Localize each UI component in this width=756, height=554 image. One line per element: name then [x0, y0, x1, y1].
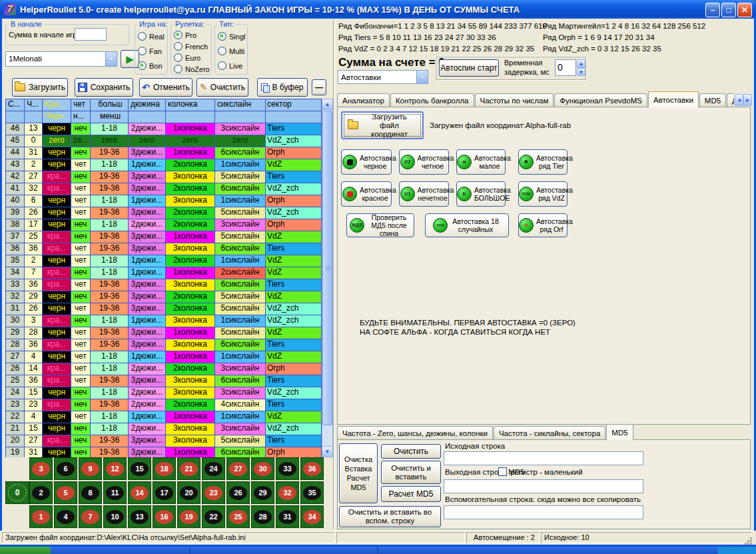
chevron-down-icon[interactable]: ▼	[105, 52, 117, 66]
copy-to-buffer-button[interactable]: В буфер	[257, 78, 308, 97]
scroll-down-button[interactable]: ▼	[322, 446, 333, 457]
tab-psevdoms[interactable]: Функционал PsevdoMS	[554, 93, 647, 107]
source-string-input[interactable]	[444, 451, 643, 465]
table-row[interactable]: 1931черннеч19-363дюжи...1колонка6сикслай…	[6, 447, 322, 457]
radio-pro[interactable]: Pro	[174, 31, 196, 39]
table-row[interactable]: 2836кра...чет19-363дюжи...3колонка6сиксл…	[6, 339, 322, 351]
spins-table[interactable]: С... Ч... Кра... чет больш дюжина колонк…	[5, 99, 322, 457]
table-row[interactable]: 4227кра...неч19-363дюжи...3колонка5сиксл…	[6, 171, 322, 183]
radio-bon[interactable]: Bon	[138, 61, 163, 70]
output-string-input[interactable]	[444, 479, 643, 493]
column-header[interactable]	[129, 111, 166, 123]
clear-button[interactable]: ✎Очистить	[196, 78, 248, 97]
radio-real[interactable]: Real	[138, 32, 165, 41]
tab-autostakes[interactable]: Автоставки	[648, 91, 699, 107]
table-row[interactable]: 406чернчет1-181дюжи...3колонка1сикслайнO…	[6, 195, 322, 207]
spinner-up-button[interactable]: ▲	[577, 59, 585, 68]
table-row[interactable]: 2323кра...неч19-362дюжи...2колонка4сиксл…	[6, 399, 322, 411]
roulette-cell[interactable]: 20	[177, 481, 200, 504]
chevron-down-icon[interactable]: ▼	[416, 71, 428, 83]
check-md5-after-spin-button[interactable]: МД5 Проверить МД5 после спина	[346, 213, 414, 237]
md5-clear-paste-button[interactable]: Очистить и вставить	[381, 461, 441, 484]
autospin-start-button[interactable]: Автоспин старт	[439, 59, 499, 77]
tab-bankroll-control[interactable]: Контроль банкролла	[390, 93, 474, 107]
roulette-cell[interactable]: 5	[54, 481, 77, 504]
system-tray[interactable]	[718, 547, 756, 554]
maximize-button[interactable]: □	[721, 3, 736, 17]
spins-table-body[interactable]: 4613черннеч1-182дюжи...1колонка3сикслайн…	[6, 123, 322, 457]
roulette-cell[interactable]: 10	[103, 505, 127, 528]
table-row[interactable]: 2115черннеч1-182дюжи...3колонка3сикслайн…	[6, 423, 322, 435]
minimize-button[interactable]: –	[705, 3, 720, 17]
column-header[interactable]: Ч...	[25, 99, 43, 111]
roulette-cell[interactable]: 19	[177, 505, 200, 528]
roulette-cell[interactable]: 26	[226, 481, 250, 504]
load-button[interactable]: Загрузить	[12, 78, 68, 97]
register-checkbox[interactable]	[498, 467, 507, 476]
table-row[interactable]: 3725кра...неч19-363дюжи...1колонка5сиксл…	[6, 231, 322, 243]
table-row[interactable]: 3926чернчет19-363дюжи...2колонка5сикслай…	[6, 207, 322, 219]
column-header[interactable]	[6, 111, 25, 123]
table-row[interactable]: 303кра...неч1-181дюжи...3колонка1сикслай…	[6, 315, 322, 327]
table-row[interactable]: 4613черннеч1-182дюжи...1колонка3сикслайн…	[6, 123, 322, 135]
roulette-cell[interactable]: 7	[79, 505, 102, 528]
aux-string-input[interactable]	[444, 505, 643, 519]
roulette-cell[interactable]: 3	[29, 457, 53, 480]
table-row[interactable]: 224чернчет1-181дюжи...1колонка1сикслайнV…	[6, 411, 322, 423]
roulette-cell[interactable]: 9	[79, 457, 102, 480]
autostake-18-random-button[interactable]: гсч Автоставка 18 случайных	[425, 213, 509, 237]
table-row[interactable]: 347кра...неч1-181дюжи...1колонка2сикслай…	[6, 267, 322, 279]
roulette-cell[interactable]: 6	[54, 457, 77, 480]
tab-freq-zero-chances[interactable]: Частота - Zero, шансы, дюжины, колонки	[337, 426, 493, 440]
roulette-cell[interactable]: 2	[29, 481, 53, 504]
tab-md5-bottom[interactable]: MD5	[606, 425, 633, 440]
load-coordinates-button[interactable]: Загрузить файл координат	[341, 111, 424, 139]
preset-combobox[interactable]: 1Melonati ▼	[5, 51, 117, 67]
roulette-cell[interactable]: 1	[29, 505, 53, 528]
column-header[interactable]: С...	[6, 99, 25, 111]
column-header[interactable]: колонка	[166, 99, 215, 111]
roulette-cell[interactable]: 34	[300, 505, 324, 528]
column-header[interactable]: менш	[91, 111, 129, 123]
delay-spinner-value[interactable]: 0	[555, 59, 576, 76]
table-row[interactable]: 432чернчет1-181дюжи...2колонка1сикслайнV…	[6, 159, 322, 171]
table-row[interactable]: 2536кра...чет19-363дюжи...3колонка6сиксл…	[6, 375, 322, 387]
column-header[interactable]: сикслайн	[215, 99, 266, 111]
roulette-cell[interactable]: 33	[276, 457, 299, 480]
tab-analyzer[interactable]: Анализатор	[337, 93, 390, 107]
table-row[interactable]: 4431черннеч19-363дюжи...1колонка6сикслай…	[6, 147, 322, 159]
roulette-cell[interactable]: 12	[103, 457, 127, 480]
roulette-cell[interactable]: 17	[153, 481, 176, 504]
roulette-cell[interactable]: 16	[153, 505, 176, 528]
tab-freq-sixlines-sectors[interactable]: Частота - сиклайны, сектора	[494, 426, 605, 440]
radio-nozero[interactable]: NoZero	[174, 65, 210, 73]
autostake-vdz-button[interactable]: Vdz Автоставка ряд VdZ	[518, 181, 567, 207]
scrollbar-thumb[interactable]	[322, 111, 332, 425]
tab-md5[interactable]: MD5	[699, 93, 726, 107]
roulette-cell[interactable]: 4	[54, 505, 77, 528]
table-row[interactable]: 3817черннеч1-182дюжи...2колонка3сикслайн…	[6, 219, 322, 231]
roulette-cell[interactable]: 8	[79, 481, 102, 504]
tab-division[interactable]: Делени	[727, 93, 734, 107]
table-row[interactable]: 2027кра...неч19-363дюжи...3колонка5сиксл…	[6, 435, 322, 447]
autostake-odd-button[interactable]: 1/1 Автоставка нечетное	[399, 181, 449, 207]
autostake-big-button[interactable]: Б Автоставка БОЛЬШОЕ	[456, 181, 506, 207]
roulette-cell[interactable]: 28	[251, 505, 274, 528]
collapse-button[interactable]: —	[312, 79, 326, 95]
table-row[interactable]: 450zeroze...zerozerozerozeroVdZ_zch	[6, 135, 322, 147]
clear-paste-calc-md5-button[interactable]: Очистка Вставка Расчет MD5	[339, 443, 378, 503]
radio-euro[interactable]: Euro	[174, 53, 200, 62]
table-row[interactable]: 352чернчет1-181дюжи...2колонка1сикслайнV…	[6, 255, 322, 267]
table-row[interactable]: 3336кра...чет19-363дюжи...3колонка6сиксл…	[6, 279, 322, 291]
table-row[interactable]: 3636кра...чет19-363дюжи...3колонка6сиксл…	[6, 243, 322, 255]
autostake-orf-button[interactable]: ≈ Автоставка ряд Orf	[518, 213, 567, 237]
tab-number-frequencies[interactable]: Частоты по числам	[475, 93, 554, 107]
column-header[interactable]	[215, 111, 266, 123]
autostake-black-button[interactable]: Автоставка черное	[341, 149, 392, 175]
roulette-cell[interactable]: 24	[202, 457, 225, 480]
column-header[interactable]: Черн	[43, 111, 71, 123]
autostake-red-button[interactable]: Автоставка красное	[341, 181, 392, 207]
roulette-cell[interactable]: 22	[202, 505, 225, 528]
roulette-cell[interactable]: 35	[300, 481, 324, 504]
md5-clear-paste-aux-button[interactable]: Очистить и вставить во вспом. строку	[339, 506, 441, 527]
